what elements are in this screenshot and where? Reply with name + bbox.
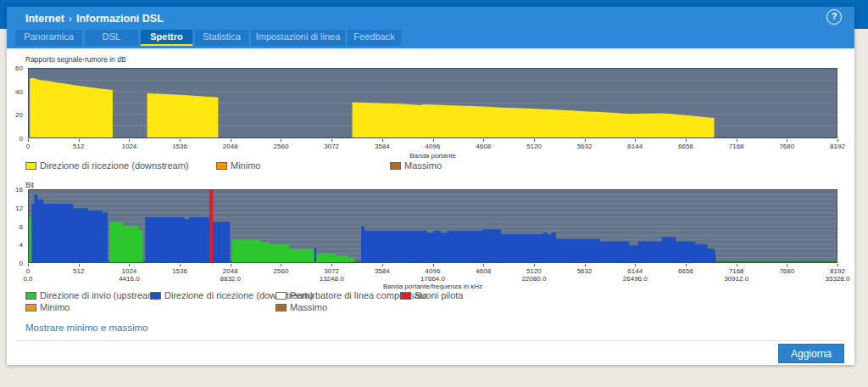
bits-chart-title: Bit [25,181,34,189]
legend-item-direzione-di-invio-upstream: Direzione di invio (upstream) [25,290,159,300]
legend-label: Minimo [40,302,70,312]
legend-label: Direzione di invio (upstream) [40,290,159,300]
legend-label: Direzione di ricezione (downstream) [40,160,188,171]
snr-chart-plot [28,68,837,138]
snr-y-tick: 40 [15,87,23,95]
bits-series-segment [30,217,31,262]
legend-swatch-icon [25,304,36,311]
snr-x-tick: 512 [73,143,84,150]
bits-x-tick: 2560 [274,267,289,275]
snr-chart-title: Rapporto segnale-rumore in dB [25,55,126,64]
bits-freq-tick: 17664.0 [420,275,445,283]
bits-series-segment [209,190,213,262]
legend-item-massimo: Massimo [390,160,442,171]
bits-y-tick: 12 [15,204,23,211]
snr-x-tick: 4096 [426,143,441,150]
bits-y-tick: 4 [19,241,23,249]
bits-legend-row: Direzione di invio (upstream)Direzione d… [25,290,837,301]
bits-freq-tick: 4416.0 [119,275,139,283]
bits-x-tick: 2048 [223,267,238,275]
legend-item-direzione-di-ricezione-downstream: Direzione di ricezione (downstream) [25,160,188,171]
bits-series-segment [145,217,230,262]
legend-swatch-icon [150,292,161,300]
bits-x-tick: 1536 [172,267,187,275]
bits-x-tick: 7168 [729,267,744,275]
snr-x-tick: 7680 [779,143,794,150]
tab-bar: PanoramicaDSLSpettroStatisticaImpostazio… [15,30,401,46]
refresh-button[interactable]: Aggiorna [778,344,844,363]
bits-x-tick: 4608 [476,267,491,275]
bits-x-tick: 7680 [779,267,794,275]
legend-label: Suoni pilota [415,290,464,300]
snr-series-segment [353,102,715,137]
bits-x-axis-title: Banda portante/frequenza in kHz [28,283,837,290]
snr-x-tick: 2560 [274,143,289,150]
bits-x-tick: 512 [73,267,84,275]
legend-label: Minimo [231,160,260,171]
breadcrumb: Internet›Informazioni DSL [25,13,164,25]
snr-x-tick: 6144 [627,143,643,150]
bits-series-segment [314,248,316,262]
legend-swatch-icon [275,304,287,311]
snr-x-axis-labels: 0512102415362048256030723584409646085120… [28,143,837,151]
bits-x-tick: 3584 [375,267,390,275]
snr-series-segment [30,78,113,137]
bits-x-tick: 6144 [627,267,643,275]
snr-legend-row: Direzione di ricezione (downstream)Minim… [25,160,837,171]
snr-x-tick: 7168 [729,143,744,150]
snr-y-tick: 0 [19,135,23,143]
bits-series-segment [232,239,354,262]
legend-swatch-icon [390,162,401,170]
snr-y-axis-labels: 6040200 [7,68,25,138]
bits-x-tick: 3072 [324,267,339,275]
legend-swatch-icon [25,162,36,170]
page-header: Internet›Informazioni DSL ? PanoramicaDS… [7,7,854,48]
bits-freq-tick: 0.0 [23,275,32,283]
breadcrumb-page-title: Informazioni DSL [76,13,164,25]
legend-swatch-icon [400,292,411,300]
snr-y-tick: 60 [15,64,23,72]
bits-freq-tick: 13248.0 [320,275,344,283]
snr-x-axis-title: Banda portante [28,152,837,160]
bits-series-segment [361,227,715,263]
snr-x-tick: 6656 [678,143,693,150]
bits-x-tick: 8192 [830,267,845,275]
tab-spettro[interactable]: Spettro [141,30,192,46]
bits-y-axis-labels: 1612840 [7,189,25,263]
snr-x-tick: 1024 [121,143,136,150]
bits-legend-row: MinimoMassimo [25,302,837,313]
snr-x-tick: 3072 [324,143,339,150]
snr-y-tick: 20 [15,111,23,119]
breadcrumb-internet[interactable]: Internet [25,13,64,25]
bits-x-tick: 6656 [678,267,693,275]
tab-impostazioni-di-linea[interactable]: Impostazioni di linea [251,30,345,46]
legend-swatch-icon [216,162,227,170]
breadcrumb-separator: › [64,13,76,25]
bits-freq-tick: 30912.0 [724,275,748,283]
snr-x-tick: 8192 [830,143,845,150]
tab-feedback[interactable]: Feedback [348,30,401,46]
snr-x-tick: 3584 [375,143,390,150]
legend-item-suoni-pilota: Suoni pilota [400,290,464,300]
legend-item-minimo: Minimo [25,302,70,312]
main-content: Rapporto segnale-rumore in dB60402000512… [7,48,854,365]
bits-freq-tick: 35328.0 [826,275,850,283]
bits-y-tick: 8 [19,222,23,230]
bits-x-tick: 0 [26,267,30,275]
legend-label: Massimo [290,302,327,312]
tab-dsl[interactable]: DSL [85,30,138,46]
bits-series-segment [31,194,108,262]
show-min-max-link[interactable]: Mostrare minimo e massimo [25,322,147,333]
tab-panoramica[interactable]: Panoramica [15,30,82,46]
bits-freq-tick: 22080.0 [521,275,546,283]
legend-swatch-icon [275,292,287,300]
help-icon[interactable]: ? [826,9,842,25]
legend-item-minimo: Minimo [216,160,260,171]
bits-freq-tick: 26496.0 [623,275,648,283]
snr-x-tick: 2048 [223,143,238,150]
tab-statistica[interactable]: Statistica [195,30,248,46]
footer-divider [17,340,844,341]
snr-x-tick: 4608 [476,143,491,150]
snr-x-tick: 5632 [577,143,593,150]
legend-item-massimo: Massimo [275,302,327,312]
